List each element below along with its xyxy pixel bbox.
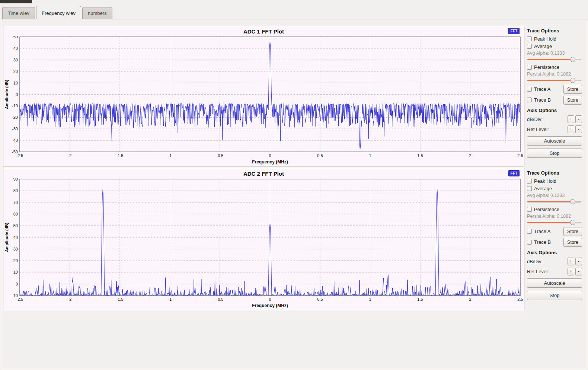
svg-text:50: 50	[13, 36, 18, 39]
store-a-button-1[interactable]: Store	[563, 85, 582, 94]
svg-text:20: 20	[13, 69, 18, 74]
trace-options-header-2: Trace Options	[527, 170, 582, 176]
stop-button-2[interactable]: Stop	[527, 291, 582, 300]
svg-text:2: 2	[469, 153, 471, 158]
trace-b-checkbox-2[interactable]: Trace B	[527, 239, 551, 246]
autoscale-button-2[interactable]: Autoscale	[527, 278, 582, 288]
adc1-fft-panel: ADC 1 FFT Plot FFT -2.5-2-1.5-1-0.500.51…	[3, 26, 524, 166]
store-a-button-2[interactable]: Store	[563, 227, 582, 236]
svg-text:-0.5: -0.5	[217, 297, 224, 302]
stop-button-1[interactable]: Stop	[527, 149, 582, 158]
svg-text:-10: -10	[12, 103, 18, 108]
trace-b-label: Trace B	[534, 97, 551, 103]
db-div-plus-button-2[interactable]: +	[568, 258, 574, 265]
avg-alpha-slider-2[interactable]	[527, 199, 581, 204]
avg-alpha-label-2: Avg Alpha: 0.1333	[527, 193, 582, 198]
svg-text:10: 10	[13, 270, 18, 274]
checkbox-icon	[527, 98, 532, 102]
trace-a-row-2: Trace A Store	[527, 227, 582, 236]
slider-handle[interactable]	[570, 78, 575, 83]
svg-text:-50: -50	[12, 150, 18, 154]
trace-a-checkbox-1[interactable]: Trace A	[527, 86, 550, 93]
avg-alpha-label-1: Avg Alpha: 0.1333	[527, 51, 582, 56]
svg-text:10: 10	[13, 81, 18, 85]
svg-text:0: 0	[16, 92, 18, 97]
tab-numbers[interactable]: numbers	[82, 7, 112, 19]
svg-text:2.5: 2.5	[517, 297, 523, 302]
ref-level-plus-button-2[interactable]: +	[568, 268, 574, 275]
persistence-label: Persistence	[534, 64, 559, 70]
db-div-minus-button-2[interactable]: -	[575, 258, 582, 265]
persist-alpha-slider-1[interactable]	[527, 77, 581, 83]
average-label: Average	[534, 186, 552, 191]
svg-text:0.5: 0.5	[317, 153, 323, 158]
svg-text:1.5: 1.5	[417, 153, 423, 158]
window-corner-artifact	[0, 0, 32, 3]
ref-level-label: Ref Level:	[527, 127, 549, 132]
persistence-label: Persistence	[534, 207, 559, 212]
svg-text:Frequency (MHz): Frequency (MHz)	[252, 303, 288, 308]
slider-handle[interactable]	[570, 199, 575, 204]
adc1-fft-plot-canvas[interactable]: -2.5-2-1.5-1-0.500.511.522.5-50-40-30-20…	[3, 36, 524, 165]
slider-fill	[527, 59, 572, 60]
average-checkbox-1[interactable]: Average	[527, 43, 582, 50]
peak-hold-checkbox-1[interactable]: Peak Hold	[527, 35, 582, 42]
checkbox-icon	[527, 179, 532, 184]
persistence-checkbox-2[interactable]: Persistence	[527, 206, 582, 213]
svg-text:50: 50	[13, 223, 18, 228]
fft-badge: FFT	[508, 28, 520, 34]
svg-text:2.5: 2.5	[517, 153, 523, 158]
checkbox-icon	[527, 186, 532, 191]
avg-alpha-slider-1[interactable]	[527, 57, 581, 62]
db-div-plus-button-1[interactable]: +	[568, 115, 574, 123]
autoscale-button-1[interactable]: Autoscale	[527, 136, 582, 146]
persist-alpha-slider-2[interactable]	[527, 220, 581, 225]
trace-options-header-1: Trace Options	[527, 28, 582, 34]
persistence-checkbox-1[interactable]: Persistence	[527, 64, 582, 70]
db-div-label: dB/Div:	[527, 259, 543, 264]
svg-text:30: 30	[13, 247, 18, 251]
svg-text:-20: -20	[12, 115, 18, 119]
trace-a-row-1: Trace A Store	[527, 84, 582, 94]
tab-bar: Time wiev Frequency wiev numbers	[0, 0, 588, 19]
adc2-fft-plot-canvas[interactable]: -2.5-2-1.5-1-0.500.511.522.5-10010203040…	[3, 178, 524, 309]
svg-text:70: 70	[13, 200, 18, 205]
store-b-button-2[interactable]: Store	[563, 238, 582, 247]
average-checkbox-2[interactable]: Average	[527, 185, 582, 192]
peak-hold-label: Peak Hold	[534, 36, 556, 42]
checkbox-icon	[527, 207, 532, 212]
db-div-row-1: dB/Div: + -	[527, 115, 582, 123]
tab-time-view[interactable]: Time wiev	[2, 7, 35, 19]
ref-level-label: Ref Level:	[527, 269, 549, 274]
trace-a-checkbox-2[interactable]: Trace A	[527, 228, 550, 235]
ref-level-row-2: Ref Level: + -	[527, 267, 582, 275]
checkbox-icon	[527, 44, 532, 49]
tab-frequency-view[interactable]: Frequency wiev	[36, 6, 81, 19]
db-div-minus-button-1[interactable]: -	[575, 115, 582, 123]
svg-text:0: 0	[16, 282, 18, 286]
checkbox-icon	[527, 36, 532, 41]
checkbox-icon	[527, 229, 532, 234]
svg-text:40: 40	[13, 235, 18, 240]
ref-level-minus-button-1[interactable]: -	[575, 125, 582, 133]
svg-text:0: 0	[269, 153, 271, 158]
svg-text:1.5: 1.5	[417, 297, 423, 302]
trace-a-label: Trace A	[534, 86, 550, 92]
slider-handle[interactable]	[570, 57, 575, 62]
persist-alpha-label-2: Persist Alpha: 0.1882	[527, 214, 582, 219]
svg-text:-2: -2	[68, 153, 72, 158]
db-div-row-2: dB/Div: + -	[527, 257, 582, 265]
adc1-row: ADC 1 FFT Plot FFT -2.5-2-1.5-1-0.500.51…	[3, 26, 585, 166]
ref-level-plus-button-1[interactable]: +	[568, 125, 574, 133]
peak-hold-checkbox-2[interactable]: Peak Hold	[527, 178, 582, 184]
svg-text:1: 1	[369, 297, 371, 302]
checkbox-icon	[527, 87, 532, 92]
adc2-fft-panel: ADC 2 FFT Plot FFT -2.5-2-1.5-1-0.500.51…	[3, 168, 524, 310]
ref-level-minus-button-2[interactable]: -	[575, 268, 582, 275]
store-b-button-1[interactable]: Store	[563, 96, 582, 105]
trace-b-checkbox-1[interactable]: Trace B	[527, 97, 551, 103]
slider-handle[interactable]	[570, 220, 575, 225]
svg-text:60: 60	[13, 212, 18, 216]
svg-text:-1.5: -1.5	[116, 153, 124, 158]
svg-text:Amplitude (dB): Amplitude (dB)	[4, 223, 9, 252]
